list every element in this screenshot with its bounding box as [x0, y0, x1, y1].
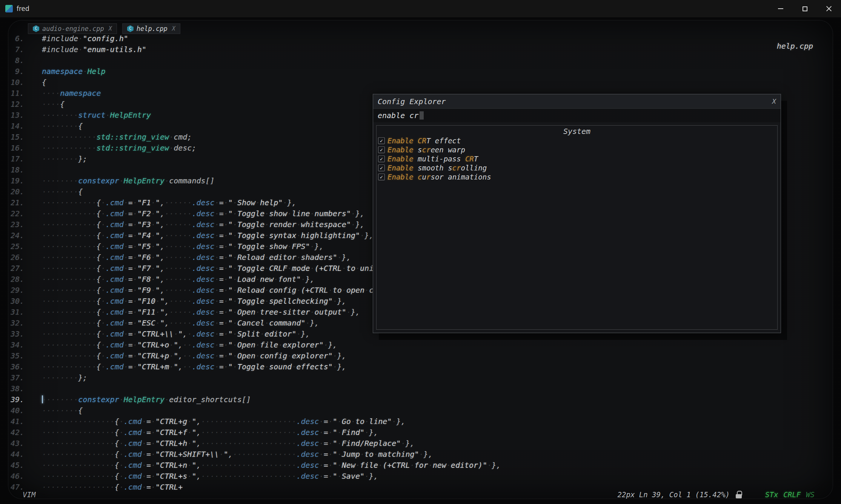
whitespace-dot: · — [142, 428, 146, 437]
whitespace-dot: · — [83, 67, 87, 76]
code-line[interactable]: 39.········constexpr·HelpEntry·editor_sh… — [8, 394, 831, 405]
whitespace-dot: · — [151, 242, 155, 251]
config-search-input[interactable]: enable cr — [373, 109, 781, 122]
code-line[interactable]: 34.············{·.cmd·=·"CTRL+o·",··.des… — [8, 340, 831, 350]
code-line[interactable]: 7.#include·"enum-utils.h" — [8, 44, 831, 55]
whitespace-dot: · — [215, 297, 219, 306]
code-token: }, — [355, 209, 364, 218]
code-line[interactable]: 41.················{·.cmd·=·"CTRL+g·",··… — [8, 416, 831, 427]
code-line[interactable]: 45.················{·.cmd·=·"CTRL+n·",··… — [8, 460, 831, 471]
code-token: "CTRL+o — [137, 340, 169, 349]
code-line[interactable]: 44.················{·.cmd·=·"CTRL+SHIFT+… — [8, 449, 831, 460]
config-item[interactable]: ✓Enable smooth scrolling — [377, 163, 777, 172]
maximize-button[interactable] — [793, 0, 817, 17]
config-item[interactable]: ✓Enable multi-pass CRT — [377, 154, 777, 163]
tab-audio-engine-cpp[interactable]: Caudio-engine.cppX — [28, 23, 117, 34]
code-line[interactable]: 36.············{·.cmd·=·"CTRL+m·",··.des… — [8, 361, 831, 372]
whitespace-dot: · — [233, 264, 237, 273]
code-token: Split — [237, 329, 260, 338]
whitespace-dot: · — [151, 428, 155, 437]
code-line[interactable]: 9.namespace·Help — [8, 66, 831, 77]
code-line[interactable]: 35.············{·.cmd·=·"CTRL+p·",··.des… — [8, 350, 831, 361]
whitespace-dot: · — [224, 264, 228, 273]
code-token: " — [160, 307, 165, 317]
code-token: "config.h" — [83, 34, 128, 43]
code-token: { — [97, 307, 101, 317]
config-item[interactable]: ✓Enable CRT effect — [377, 136, 777, 145]
label-segment: s — [414, 146, 422, 154]
code-token: { — [78, 187, 83, 196]
checkbox-checked-icon[interactable]: ✓ — [378, 146, 385, 153]
line-number: 16. — [8, 143, 24, 154]
whitespace-dot: · — [224, 351, 228, 360]
code-line[interactable]: 38. — [8, 383, 831, 394]
checkbox-checked-icon[interactable]: ✓ — [378, 137, 385, 144]
whitespace-dot: ············ — [42, 275, 97, 284]
code-token: = — [128, 307, 133, 317]
code-token: " — [192, 461, 196, 470]
whitespace-dot: ······ — [165, 198, 192, 207]
whitespace-dot: ················ — [42, 461, 115, 470]
tab-close-button[interactable]: X — [109, 25, 112, 32]
whitespace-dot: · — [151, 275, 155, 284]
tab-close-button[interactable]: X — [172, 25, 175, 32]
whitespace-dot: · — [301, 275, 305, 284]
config-item[interactable]: ✓Enable screen warp — [377, 145, 777, 154]
line-number: 34. — [8, 340, 24, 350]
whitespace-dot: · — [264, 362, 269, 371]
whitespace-dot: · — [233, 286, 237, 295]
code-line[interactable]: 6.#include·"config.h" — [8, 33, 831, 44]
code-token: { — [97, 340, 101, 349]
code-token: = — [219, 329, 224, 338]
line-content: ············{·.cmd·=·"F6·",······.desc·=… — [42, 252, 351, 263]
close-button[interactable] — [817, 0, 841, 17]
whitespace-dot: · — [337, 450, 342, 459]
code-token: }, — [287, 198, 296, 207]
line-content: { — [42, 77, 46, 88]
line-content: ········}; — [42, 372, 87, 383]
code-line[interactable]: 8. — [8, 55, 831, 66]
code-token: file — [260, 340, 278, 349]
code-token: Cancel — [237, 318, 264, 327]
code-line[interactable]: 42.················{·.cmd·=·"CTRL+f·",··… — [8, 427, 831, 438]
tab-help-cpp[interactable]: Chelp.cppX — [122, 23, 180, 34]
code-token: .desc — [192, 297, 214, 306]
whitespace-dot: · — [337, 461, 342, 470]
whitespace-dot: · — [224, 220, 228, 229]
minimize-button[interactable] — [769, 0, 793, 17]
line-content: ············{·.cmd·=·"F5·",······.desc·=… — [42, 241, 324, 252]
whitespace-dot: · — [215, 220, 219, 229]
whitespace-dot: · — [264, 264, 269, 273]
code-line[interactable]: 40.········{ — [8, 405, 831, 416]
whitespace-dot: ············ — [42, 264, 97, 273]
code-token: " — [228, 286, 233, 295]
dialog-close-button[interactable]: X — [772, 97, 776, 105]
code-token: new — [433, 461, 446, 470]
checkbox-checked-icon[interactable]: ✓ — [378, 174, 385, 180]
code-token: = — [128, 231, 133, 240]
whitespace-dot: ············ — [42, 198, 97, 207]
code-token: " — [155, 275, 160, 284]
code-line[interactable]: 10.{ — [8, 77, 831, 88]
window-titlebar[interactable]: fred — [0, 0, 841, 17]
label-segment: T effect — [426, 137, 461, 145]
label-segment: T — [474, 155, 478, 163]
whitespace-dot: · — [142, 450, 146, 459]
code-line[interactable]: 46.················{·.cmd·=·"CTRL+s·",··… — [8, 471, 831, 482]
whitespace-dot: · — [328, 461, 333, 470]
code-token: { — [97, 253, 101, 262]
code-token: { — [97, 329, 101, 338]
whitespace-dot: · — [233, 351, 237, 360]
code-token: , — [165, 318, 169, 327]
whitespace-dot: · — [337, 253, 342, 262]
whitespace-dot: · — [133, 297, 137, 306]
code-token: " — [333, 461, 337, 470]
code-line[interactable]: 37.········}; — [8, 372, 831, 383]
checkbox-checked-icon[interactable]: ✓ — [378, 155, 385, 162]
checkbox-checked-icon[interactable]: ✓ — [378, 164, 385, 171]
code-line[interactable]: 43.················{·.cmd·=·"CTRL+h·",··… — [8, 438, 831, 449]
label-segment: Enable — [387, 155, 414, 163]
code-token: to — [355, 417, 364, 426]
config-item[interactable]: ✓Enable cursor animations — [377, 172, 777, 181]
code-token: .desc — [192, 242, 214, 251]
